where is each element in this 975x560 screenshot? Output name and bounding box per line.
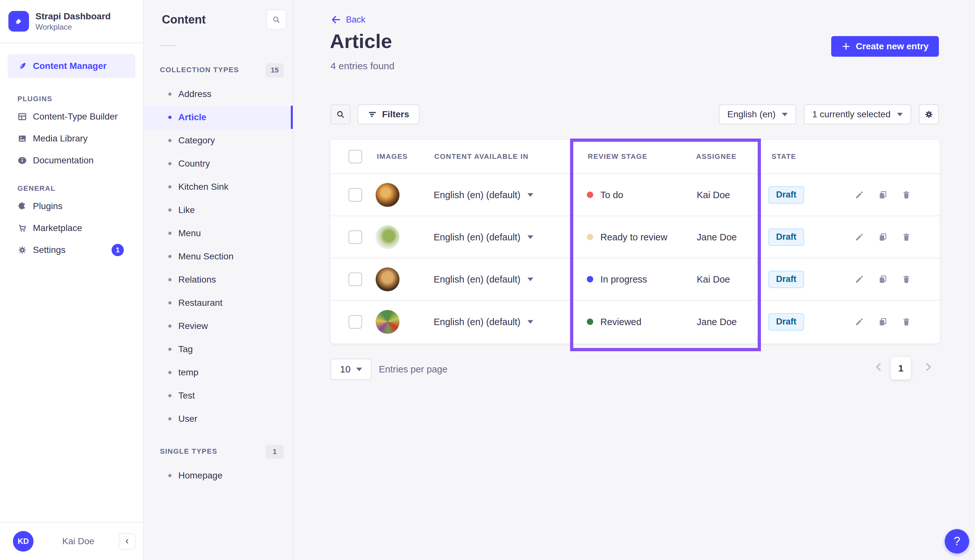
- row-checkbox[interactable]: [349, 188, 362, 202]
- bullet-icon: [168, 417, 172, 420]
- table-row[interactable]: English (en) (default) To do Kai Doe Dra…: [331, 174, 940, 216]
- delete-button[interactable]: [899, 230, 913, 244]
- status-badge: Draft: [768, 271, 804, 288]
- main-content: Back Article 4 entries found Create new …: [294, 0, 975, 560]
- table-search-button[interactable]: [331, 104, 351, 124]
- locale-value: English (en): [727, 109, 775, 120]
- review-stage: Ready to review: [587, 232, 668, 242]
- state-cell: Draft: [768, 228, 804, 246]
- duplicate-button[interactable]: [876, 230, 890, 244]
- stage-dot-icon: [587, 192, 593, 198]
- locale-dropdown[interactable]: English (en) (default): [434, 190, 533, 200]
- copy-icon: [878, 317, 888, 327]
- back-link[interactable]: Back: [331, 14, 365, 25]
- sidebar-item-media-library[interactable]: Media Library: [8, 128, 135, 150]
- sidebar-item-settings[interactable]: Settings 1: [8, 239, 135, 261]
- row-checkbox[interactable]: [349, 230, 362, 244]
- locale-dropdown[interactable]: English (en) (default): [434, 232, 533, 242]
- fields-selected-select[interactable]: 1 currently selected: [804, 104, 911, 124]
- subnav-item-user[interactable]: User: [144, 407, 293, 430]
- pencil-icon: [855, 232, 864, 242]
- chevron-down-icon: [528, 277, 533, 281]
- subnav-search-button[interactable]: [266, 10, 286, 30]
- previous-page-button[interactable]: [873, 362, 884, 373]
- subnav-item-homepage[interactable]: Homepage: [144, 464, 293, 487]
- bullet-icon: [168, 371, 172, 374]
- single-types-label: SINGLE TYPES: [160, 447, 217, 456]
- page-1-button[interactable]: 1: [891, 357, 911, 380]
- subnav-item-category[interactable]: Category: [144, 129, 293, 152]
- filter-icon: [368, 110, 377, 119]
- subnav-item-article[interactable]: Article: [144, 106, 293, 129]
- copy-icon: [878, 190, 888, 200]
- sidebar-item-documentation[interactable]: Documentation: [8, 150, 135, 172]
- assignee: Jane Doe: [697, 232, 737, 242]
- delete-button[interactable]: [899, 315, 913, 329]
- table-row[interactable]: English (en) (default) Reviewed Jane Doe…: [331, 301, 940, 343]
- table-row[interactable]: English (en) (default) In progress Kai D…: [331, 258, 940, 301]
- select-all-checkbox[interactable]: [349, 150, 362, 163]
- edit-button[interactable]: [852, 272, 866, 287]
- subnav-item-menu-section[interactable]: Menu Section: [144, 245, 293, 268]
- column-header-assignee: ASSIGNEE: [696, 152, 737, 161]
- subnav-item-country[interactable]: Country: [144, 152, 293, 175]
- pencil-icon: [855, 190, 864, 200]
- subnav-item-menu[interactable]: Menu: [144, 222, 293, 245]
- arrow-left-icon: [331, 14, 341, 25]
- assignee: Jane Doe: [697, 317, 737, 327]
- review-stage: To do: [587, 190, 623, 200]
- collection-types-count-badge: 15: [265, 63, 284, 77]
- sidebar-item-label: Plugins: [33, 201, 63, 212]
- sidebar-item-content-manager[interactable]: Content Manager: [8, 54, 135, 78]
- delete-button[interactable]: [899, 272, 913, 287]
- edit-button[interactable]: [852, 315, 866, 329]
- locale-dropdown[interactable]: English (en) (default): [434, 317, 533, 327]
- review-stage: In progress: [587, 274, 647, 285]
- sidebar-item-content-type-builder[interactable]: Content-Type Builder: [8, 106, 135, 128]
- table-row[interactable]: English (en) (default) Ready to review J…: [331, 216, 940, 258]
- table-settings-button[interactable]: [919, 104, 939, 124]
- locale-dropdown[interactable]: English (en) (default): [434, 274, 533, 285]
- subnav-item-relations[interactable]: Relations: [144, 268, 293, 291]
- grid-icon: [17, 112, 27, 122]
- entries-table: IMAGES CONTENT AVAILABLE IN REVIEW STAGE…: [331, 140, 940, 343]
- duplicate-button[interactable]: [876, 315, 890, 329]
- subnav-item-temp[interactable]: temp: [144, 361, 293, 384]
- edit-button[interactable]: [852, 230, 866, 244]
- info-icon: [17, 156, 27, 165]
- assignee: Kai Doe: [697, 190, 730, 200]
- bullet-icon: [168, 139, 172, 142]
- sidebar-item-label: Marketplace: [33, 223, 82, 233]
- subnav-item-kitchen-sink[interactable]: Kitchen Sink: [144, 175, 293, 198]
- strapi-app: Strapi Dashboard Workplace Content Manag…: [0, 0, 975, 560]
- sidebar-item-plugins[interactable]: Plugins: [8, 195, 135, 217]
- subnav-item-test[interactable]: Test: [144, 384, 293, 407]
- next-page-button[interactable]: [923, 362, 934, 373]
- feather-pen-icon: [17, 61, 27, 71]
- row-checkbox[interactable]: [349, 315, 362, 328]
- sidebar-item-marketplace[interactable]: Marketplace: [8, 217, 135, 239]
- duplicate-button[interactable]: [876, 272, 890, 287]
- content-subnav: Content COLLECTION TYPES 15 Address Arti…: [144, 0, 294, 560]
- collapse-sidebar-button[interactable]: [119, 533, 135, 550]
- edit-button[interactable]: [852, 188, 866, 202]
- subnav-item-restaurant[interactable]: Restaurant: [144, 291, 293, 315]
- create-new-entry-button[interactable]: Create new entry: [831, 36, 939, 57]
- status-badge: Draft: [768, 186, 804, 203]
- delete-button[interactable]: [899, 188, 913, 202]
- subnav-item-like[interactable]: Like: [144, 198, 293, 222]
- subnav-item-review[interactable]: Review: [144, 315, 293, 338]
- locale-select[interactable]: English (en): [719, 104, 796, 124]
- subnav-item-tag[interactable]: Tag: [144, 338, 293, 361]
- column-header-content-available-in: CONTENT AVAILABLE IN: [434, 152, 528, 161]
- filters-button[interactable]: Filters: [357, 104, 419, 124]
- chevron-down-icon: [528, 193, 533, 197]
- user-avatar[interactable]: KD: [13, 531, 33, 552]
- single-types-header: SINGLE TYPES 1: [144, 445, 293, 459]
- help-button[interactable]: ?: [945, 529, 969, 553]
- duplicate-button[interactable]: [876, 188, 890, 202]
- chevron-right-icon: [923, 362, 934, 372]
- page-size-select[interactable]: 10: [331, 358, 372, 380]
- subnav-item-address[interactable]: Address: [144, 82, 293, 106]
- row-checkbox[interactable]: [349, 273, 362, 286]
